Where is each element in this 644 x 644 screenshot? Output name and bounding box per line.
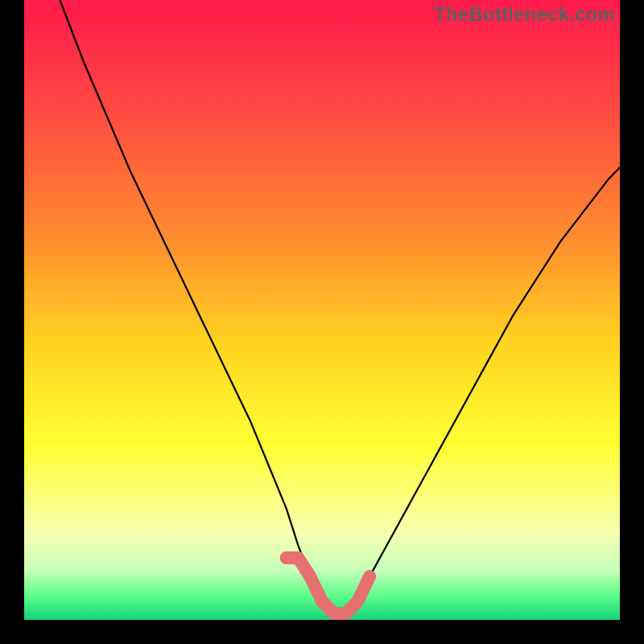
chart-frame: TheBottleneck.com: [0, 0, 644, 644]
watermark-text: TheBottleneck.com: [434, 3, 615, 26]
optimal-zone-marker: [287, 558, 370, 613]
bottleneck-curve: [60, 0, 620, 613]
plot-area: [24, 0, 620, 620]
curve-layer: [24, 0, 620, 620]
